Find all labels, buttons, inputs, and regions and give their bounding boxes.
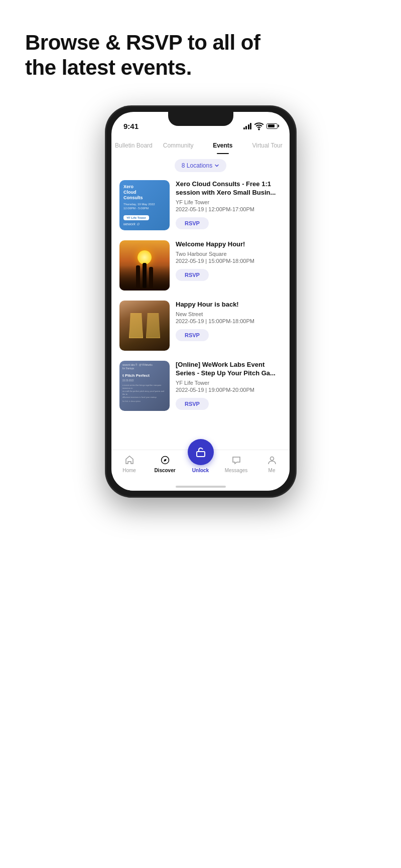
event-location-2: Two Harbour Square xyxy=(176,251,282,257)
page-title: Browse & RSVP to all of the latest event… xyxy=(25,30,376,81)
discover-icon xyxy=(159,454,171,466)
svg-rect-1 xyxy=(197,452,205,457)
me-icon xyxy=(266,454,278,466)
event-card-2: Welcome Happy Hour! Two Harbour Square 2… xyxy=(119,240,282,291)
event-location-4: YF Life Tower xyxy=(176,380,282,386)
event-datetime-4: 2022-05-19 | 19:00PM-20:00PM xyxy=(176,387,282,393)
unlock-button[interactable] xyxy=(188,439,214,465)
event-details-1: Xero Cloud Consults - Free 1:1 session w… xyxy=(176,180,282,229)
xero-date: Thursday, 19 May 202212:00PM - 5:00PM xyxy=(123,202,166,211)
svg-marker-3 xyxy=(164,459,166,462)
signal-icon xyxy=(243,123,252,129)
status-time: 9:41 xyxy=(123,122,139,130)
rsvp-button-2[interactable]: RSVP xyxy=(176,269,209,281)
event-title-4: [Online] WeWork Labs Event Series - Step… xyxy=(176,361,282,378)
event-card-1: XeroCloudConsults Thursday, 19 May 20221… xyxy=(119,180,282,230)
event-location-1: YF Life Tower xyxy=(176,199,282,205)
nav-label-home: Home xyxy=(122,468,136,473)
tab-virtual-tour[interactable]: Virtual Tour xyxy=(245,138,290,153)
rsvp-button-3[interactable]: RSVP xyxy=(176,329,209,341)
rsvp-button-4[interactable]: RSVP xyxy=(176,398,209,410)
nav-label-me: Me xyxy=(269,468,276,473)
nav-label-discover: Discover xyxy=(154,468,175,473)
xero-event-title: XeroCloudConsults xyxy=(123,184,166,200)
event-details-2: Welcome Happy Hour! Two Harbour Square 2… xyxy=(176,240,282,281)
event-image-1: XeroCloudConsults Thursday, 19 May 20221… xyxy=(119,180,170,230)
phone-notch xyxy=(168,112,233,126)
event-title-3: Happy Hour is back! xyxy=(176,301,282,309)
messages-icon xyxy=(230,454,242,466)
home-indicator xyxy=(176,486,226,488)
battery-icon xyxy=(266,123,278,129)
event-card-3: Happy Hour is back! New Street 2022-05-1… xyxy=(119,301,282,351)
chevron-down-icon xyxy=(214,163,219,168)
event-title-2: Welcome Happy Hour! xyxy=(176,240,282,249)
event-image-4: wework labs ® · @YFlifetwrks for Startup… xyxy=(119,361,170,411)
unlock-icon xyxy=(195,447,206,458)
status-icons xyxy=(243,121,278,131)
svg-point-4 xyxy=(270,457,274,461)
phone-mockup: 9:41 xyxy=(105,106,296,497)
home-icon xyxy=(123,454,136,466)
bottom-nav: Home Discover Unlock xyxy=(111,450,290,491)
event-datetime-1: 2022-05-19 | 12:00PM-17:00PM xyxy=(176,206,282,212)
phone-screen: 9:41 xyxy=(111,112,290,491)
event-datetime-3: 2022-05-19 | 15:00PM-18:00PM xyxy=(176,318,282,324)
nav-item-messages[interactable]: Messages xyxy=(218,454,254,473)
nav-item-me[interactable]: Me xyxy=(254,454,290,473)
event-location-3: New Street xyxy=(176,311,282,317)
page-header: Browse & RSVP to all of the latest event… xyxy=(0,0,401,101)
event-image-2 xyxy=(119,240,170,291)
wifi-icon xyxy=(254,121,264,131)
event-title-1: Xero Cloud Consults - Free 1:1 session w… xyxy=(176,180,282,197)
nav-label-messages: Messages xyxy=(225,468,248,473)
event-card-4: wework labs ® · @YFlifetwrks for Startup… xyxy=(119,361,282,411)
event-details-4: [Online] WeWork Labs Event Series - Step… xyxy=(176,361,282,410)
tab-bulletin-board[interactable]: Bulletin Board xyxy=(111,138,156,153)
rsvp-button-1[interactable]: RSVP xyxy=(176,217,209,229)
nav-item-home[interactable]: Home xyxy=(111,454,147,473)
event-datetime-2: 2022-05-19 | 15:00PM-18:00PM xyxy=(176,258,282,264)
wework-logo: wework ⊙ xyxy=(123,222,140,226)
event-details-3: Happy Hour is back! New Street 2022-05-1… xyxy=(176,301,282,341)
phone-frame: 9:41 xyxy=(105,106,296,497)
events-list: 8 Locations XeroCloudConsults xyxy=(111,153,290,450)
tab-events[interactable]: Events xyxy=(201,138,245,153)
svg-point-0 xyxy=(258,129,259,130)
location-pill[interactable]: 8 Locations xyxy=(175,159,226,172)
nav-item-discover[interactable]: Discover xyxy=(147,454,183,473)
tab-community[interactable]: Community xyxy=(156,138,201,153)
event-image-3 xyxy=(119,301,170,351)
xero-venue-badge: YF Life Tower xyxy=(123,215,149,220)
nav-label-unlock: Unlock xyxy=(192,468,209,473)
nav-tabs: Bulletin Board Community Events Virtual … xyxy=(111,134,290,153)
location-filter: 8 Locations xyxy=(119,159,282,172)
